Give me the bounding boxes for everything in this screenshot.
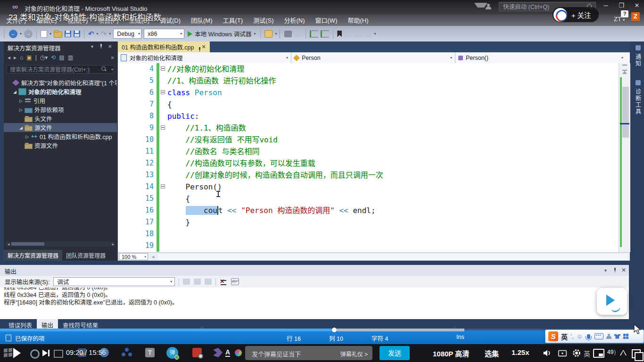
code-line-9[interactable]: 9 //1.1、构造函数 [118,122,619,134]
chevron-down-icon[interactable]: ▾ [50,32,51,36]
sync-with-active-document-icon[interactable]: ⟲ [51,54,56,61]
tree-item[interactable]: ▷外部依赖项 [4,105,117,114]
progress-handle[interactable] [332,328,337,332]
tab-notifications[interactable]: 通知 [632,43,644,67]
expander-icon[interactable]: ▷ [18,99,24,103]
chevron-down-icon[interactable]: ▾ [275,32,277,36]
undo-icon[interactable]: ↶ [88,30,94,38]
scrollbar-thumb[interactable] [622,87,629,138]
code-line-7[interactable]: 7{ [118,99,619,110]
code-line-12[interactable]: 12 //构造函数可以有参数，可以发生重载 [118,157,619,169]
help-badge[interactable]: ? [621,10,628,17]
output-source-dropdown[interactable]: 调试▾ [53,277,175,286]
scroll-left-icon[interactable]: ◄ [7,242,10,247]
zoom-dropdown[interactable]: 100 %▾ [119,253,148,260]
danmaku-color-icon[interactable] [235,349,242,356]
widescreen-icon[interactable] [620,350,627,355]
tree-item[interactable]: ◢对象的初始化和清理 [4,87,117,96]
forward-icon[interactable]: ▸ [14,54,17,61]
bookmark-icon[interactable] [337,31,342,37]
document-tab[interactable]: 01 构造函数和析构函数.cpp ✕ [118,41,210,52]
save-icon[interactable] [65,31,71,37]
expander-icon[interactable]: ◢ [12,90,18,94]
chevron-down-icon[interactable]: ▾ [109,32,111,36]
code-line-11[interactable]: 11 //函数名 与类名相同 [118,146,619,157]
attach-process-icon[interactable] [264,30,272,38]
microphone-icon[interactable] [587,334,590,339]
type-dropdown[interactable]: Person ▾ [291,52,455,63]
vertical-scrollbar[interactable] [619,63,630,252]
properties-icon[interactable]: ▤ [59,54,64,61]
back-icon[interactable]: ◂ [8,54,10,61]
clipboard-icon[interactable] [294,31,302,37]
code-line-14[interactable]: 14 Person() [118,181,619,193]
fold-collapse-icon[interactable] [159,181,167,193]
horizontal-scrollbar[interactable] [158,254,628,260]
fold-collapse-icon[interactable] [159,87,167,99]
quality-selector[interactable]: 1080P 高清 [433,348,469,358]
toolbox-grid-icon[interactable] [623,334,628,339]
scroll-left-icon[interactable]: ◄ [151,255,155,259]
close-icon[interactable]: ✕ [108,44,112,49]
tree-item[interactable]: ▷++01 构造函数和析构函数.cpp [4,132,117,141]
code-line-5[interactable]: 5//1、构造函数 进行初始化操作 [118,75,619,87]
clear-all-icon[interactable] [220,279,227,285]
go-to-message-icon[interactable] [183,279,190,285]
start-debugging-button[interactable]: 本地 Windows 调试器 ▾ [187,29,256,38]
close-icon[interactable]: ✕ [202,44,206,50]
menu-item[interactable]: 测试(S) [248,16,279,25]
next-bookmark-icon[interactable] [354,31,362,37]
menu-item[interactable]: 团队(M) [186,16,218,25]
tree-item[interactable]: ◢源文件 [4,123,117,132]
chevron-down-icon[interactable]: ▾ [111,67,113,72]
tab-solution-explorer[interactable]: 解决方案资源管理器 [4,250,62,261]
tree-item[interactable]: 解决方案“对象的初始化和清理”(1 个项 [4,78,117,87]
toolbar-grip[interactable] [279,30,282,38]
floating-play-popup[interactable] [597,288,627,315]
decrease-indent-icon[interactable] [310,30,318,38]
mirror-cast-icon[interactable] [557,348,568,361]
emoji-icon[interactable]: ☺ [577,332,583,341]
keyboard-icon[interactable] [594,333,603,339]
code-line-4[interactable]: 4//对象的初始化和清理 [118,63,619,75]
new-item-icon[interactable] [41,30,47,38]
open-file-icon[interactable] [54,32,62,38]
navigate-back-icon[interactable]: ← [9,30,17,38]
home-icon[interactable]: ⌂ [20,54,23,61]
menu-item[interactable]: 工具(T) [218,16,248,25]
danmaku-input[interactable]: 发个弹幕见证当下 弹幕礼仪 > [245,346,372,360]
danmaku-etiquette-link[interactable]: 弹幕礼仪 > [340,350,368,358]
window-position-icon[interactable]: ▾ [604,268,607,273]
next-message-icon[interactable] [205,279,212,285]
output-content[interactable]: 线程 0x33e4 已退出，返回值为 0 (0x0)。 线程 0x33e4 已退… [0,288,629,319]
tree-item[interactable]: ▷引用 [4,96,117,105]
pending-changes-filter-icon[interactable]: ◷▾ [40,54,48,61]
increase-indent-icon[interactable] [321,30,329,38]
solution-search-input[interactable]: 搜索解决方案资源管理器(Ctrl+;) [7,65,114,74]
project-dropdown[interactable]: 对象的初始化和清理 ▾ [118,52,291,63]
menu-item[interactable]: 帮助(H) [342,16,373,25]
navigate-backward-code-icon[interactable] [284,31,292,37]
player-settings-gear-icon[interactable] [571,348,582,360]
toolbar-overflow-icon[interactable]: ▾ [374,32,376,36]
code-line-18[interactable]: 18 [118,228,619,240]
send-danmaku-button[interactable]: 发送 [380,346,410,360]
solution-config-dropdown[interactable]: Debug▾ [113,29,141,39]
fold-collapse-icon[interactable] [159,122,167,134]
tree-item[interactable]: 资源文件 [4,141,117,150]
z-corner-badge[interactable]: Z [631,12,640,21]
follow-button[interactable]: + 关注 [553,7,599,22]
code-line-10[interactable]: 10 //没有返回值 不用写void [118,134,619,146]
preview-selected-icon[interactable]: ▥ [68,54,73,61]
account-icon[interactable] [606,334,611,339]
splitter-handle[interactable] [622,65,627,71]
code-line-13[interactable]: 13 //创建对象的时候，构造函数会自动调用，而且只调用一次 [118,169,619,181]
expander-icon[interactable]: ◢ [18,125,24,130]
navigate-forward-icon[interactable]: → [24,30,33,38]
code-line-6[interactable]: 6class Person [118,87,619,99]
tab-diagnostic-tools[interactable]: 诊断工具 [632,78,644,115]
picture-in-picture-icon[interactable] [593,349,604,358]
next-episode-button[interactable] [42,350,48,356]
volume-icon[interactable] [542,348,553,360]
ime-mode-label[interactable]: 英 [561,332,568,341]
